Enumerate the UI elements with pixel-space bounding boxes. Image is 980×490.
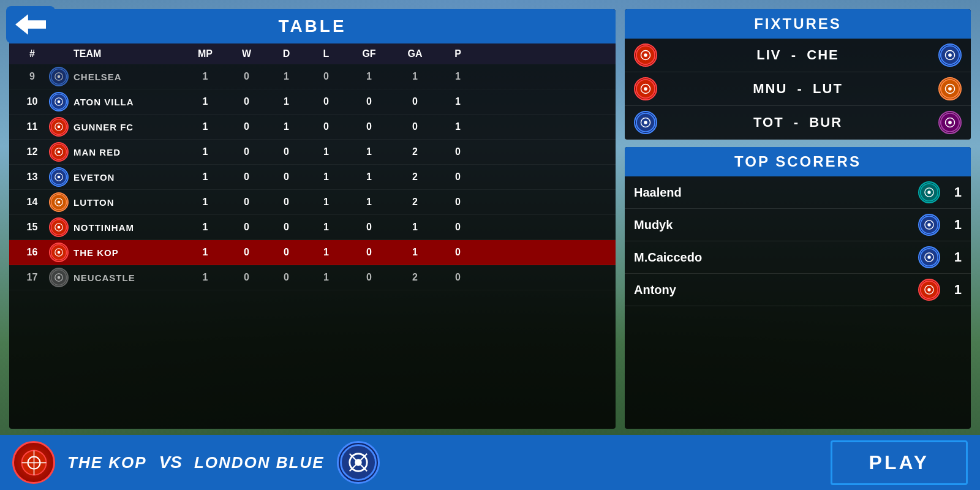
row-num: 14 (15, 197, 49, 208)
col-gf: GF (346, 48, 392, 59)
team-name: NEUCASTLE (74, 273, 135, 283)
team-badge (49, 67, 69, 86)
stat-mp: 1 (184, 272, 227, 283)
team-cell: MAN RED (49, 142, 184, 162)
stat-ga: 0 (392, 96, 438, 107)
stat-ga: 2 (392, 272, 438, 283)
svg-point-18 (58, 201, 61, 204)
team-name: NOTTINHAM (74, 222, 134, 233)
kop-badge-icon (20, 449, 48, 477)
fixture-away-badge (938, 77, 962, 100)
fixture-home-badge (634, 43, 657, 67)
svg-point-27 (58, 276, 61, 279)
svg-point-24 (58, 251, 61, 254)
row-num: 9 (15, 71, 49, 82)
stat-mp: 1 (184, 71, 227, 82)
team-cell: ATON VILLA (49, 92, 184, 111)
stat-p: 0 (438, 272, 478, 283)
svg-point-9 (58, 126, 61, 129)
scorer-goals: 1 (946, 249, 962, 265)
col-w: W (227, 48, 266, 59)
stat-d: 0 (266, 172, 306, 183)
svg-point-45 (948, 121, 952, 124)
stat-gf: 1 (346, 172, 392, 183)
team-badge (49, 142, 69, 162)
stat-ga: 1 (392, 247, 438, 258)
stat-w: 0 (227, 96, 266, 107)
col-num: # (15, 48, 49, 59)
row-num: 10 (15, 96, 49, 107)
stat-ga: 2 (392, 172, 438, 183)
scorer-goals: 1 (946, 184, 962, 200)
col-p: P (438, 48, 478, 59)
scorer-goals: 1 (946, 282, 962, 298)
stat-p: 0 (438, 197, 478, 208)
stat-d: 0 (266, 197, 306, 208)
team-name: MAN RED (74, 147, 121, 157)
stat-mp: 1 (184, 146, 227, 157)
stat-gf: 0 (346, 272, 392, 283)
stat-p: 1 (438, 121, 478, 132)
stat-mp: 1 (184, 172, 227, 183)
team-cell: CHELSEA (49, 67, 184, 86)
table-row: 16 THE KOP 1 0 0 1 0 1 0 (9, 240, 616, 265)
stat-gf: 0 (346, 222, 392, 233)
stat-w: 0 (227, 121, 266, 132)
col-mp: MP (184, 48, 227, 59)
svg-point-30 (644, 53, 647, 57)
stat-d: 1 (266, 96, 306, 107)
scorers-body: Haalend 1 Mudyk 1 M.Caiccedo 1 Antony 1 (625, 176, 971, 306)
bottom-bar: THE KOP VS LONDON BLUE PLAY (0, 435, 980, 490)
row-num: 11 (15, 121, 49, 132)
fixtures-title: FIXTURES (625, 9, 971, 39)
stat-d: 0 (266, 146, 306, 157)
stat-l: 0 (306, 96, 346, 107)
team-name: CHELSEA (74, 72, 122, 82)
team-badge (49, 92, 69, 111)
fixture-away-badge (938, 111, 962, 134)
team-badge (49, 192, 69, 212)
table-row: 10 ATON VILLA 1 0 1 0 0 0 1 (9, 89, 616, 115)
stat-p: 1 (438, 71, 478, 82)
league-table: TABLE # TEAM MP W D L GF GA P 9 CHELSEA … (9, 9, 616, 429)
stat-ga: 2 (392, 197, 438, 208)
col-team: TEAM (49, 48, 184, 59)
scorer-row: Antony 1 (625, 274, 971, 306)
stat-w: 0 (227, 146, 266, 157)
table-body: 9 CHELSEA 1 0 1 0 1 1 1 10 ATON VILLA 1 … (9, 64, 616, 290)
team-cell: EVETON (49, 167, 184, 187)
stat-mp: 1 (184, 247, 227, 258)
svg-point-51 (927, 223, 930, 226)
scorer-row: M.Caiccedo 1 (625, 241, 971, 274)
svg-point-12 (58, 151, 61, 154)
home-team-name: THE KOP (67, 453, 147, 472)
svg-marker-0 (15, 14, 46, 34)
match-info: THE KOP VS LONDON BLUE (12, 441, 818, 484)
fixture-teams: TOT - BUR (666, 115, 929, 130)
away-team-badge (337, 441, 380, 484)
stat-gf: 1 (346, 197, 392, 208)
fixture-teams: MNU - LUT (666, 81, 929, 97)
stat-w: 0 (227, 197, 266, 208)
svg-point-21 (58, 226, 61, 229)
stat-d: 1 (266, 121, 306, 132)
play-button[interactable]: PLAY (831, 440, 968, 485)
team-badge (49, 268, 69, 287)
stat-p: 0 (438, 146, 478, 157)
table-row: 12 MAN RED 1 0 0 1 1 2 0 (9, 140, 616, 165)
stat-gf: 0 (346, 247, 392, 258)
stat-l: 1 (306, 222, 346, 233)
svg-point-48 (927, 190, 930, 194)
stat-l: 1 (306, 146, 346, 157)
stat-mp: 1 (184, 121, 227, 132)
top-scorers-title: TOP SCORERS (625, 147, 971, 176)
team-name: ATON VILLA (74, 97, 134, 107)
fixture-away-badge (938, 43, 962, 67)
stat-w: 0 (227, 247, 266, 258)
row-num: 16 (15, 247, 49, 258)
stat-w: 0 (227, 222, 266, 233)
back-button[interactable] (6, 6, 55, 43)
stat-w: 0 (227, 272, 266, 283)
scorer-name: Haalend (634, 186, 912, 200)
scorer-name: M.Caiccedo (634, 251, 912, 265)
